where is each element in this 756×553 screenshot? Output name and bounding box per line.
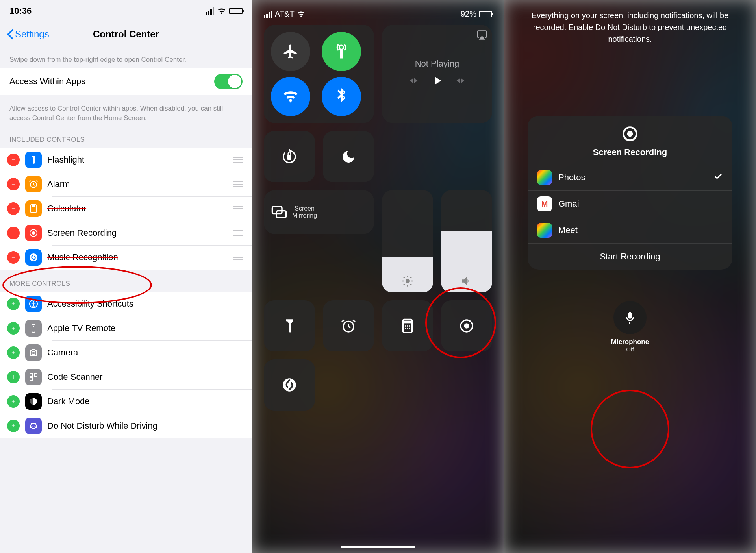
back-button[interactable]: Settings	[7, 29, 49, 40]
prev-track-button[interactable]	[408, 75, 419, 88]
access-within-apps-row[interactable]: Access Within Apps	[0, 68, 252, 95]
add-button[interactable]	[7, 322, 20, 335]
recording-destination-photos[interactable]: Photos	[528, 165, 732, 190]
recording-destination-gmail[interactable]: MGmail	[528, 190, 732, 217]
volume-slider[interactable]	[441, 190, 492, 292]
svg-line-33	[404, 284, 405, 285]
wifi-icon	[297, 11, 306, 17]
control-label: Music Recognition	[47, 252, 228, 263]
microphone-button[interactable]	[613, 301, 647, 334]
chevron-left-icon	[7, 29, 13, 40]
control-row-do-not-disturb-while-driving[interactable]: Do Not Disturb While Driving	[0, 414, 252, 438]
svg-rect-23	[287, 155, 291, 160]
wifi-button[interactable]	[271, 77, 310, 116]
svg-point-45	[464, 323, 469, 328]
record-icon	[25, 225, 42, 241]
svg-rect-5	[32, 205, 35, 207]
reorder-handle[interactable]	[233, 157, 243, 163]
status-time: 10:36	[9, 6, 32, 16]
reorder-handle[interactable]	[233, 181, 243, 187]
control-center-panel: AT&T 92% Not Playing	[252, 0, 504, 553]
add-button[interactable]	[7, 371, 20, 383]
more-list: Accessibility ShortcutsApple TV RemoteCa…	[0, 292, 252, 438]
add-button[interactable]	[7, 420, 20, 432]
control-row-calculator[interactable]: Calculator	[0, 196, 252, 221]
screen-recording-button[interactable]	[441, 300, 492, 351]
control-row-apple-tv-remote[interactable]: Apple TV Remote	[0, 316, 252, 340]
control-row-alarm[interactable]: Alarm	[0, 172, 252, 196]
alarm-icon	[341, 318, 356, 334]
control-row-music-recognition[interactable]: Music Recognition	[0, 245, 252, 270]
airplay-icon[interactable]	[476, 30, 487, 41]
control-row-camera[interactable]: Camera	[0, 340, 252, 365]
connectivity-platter[interactable]	[264, 25, 374, 123]
access-toggle[interactable]	[214, 74, 243, 89]
media-platter[interactable]: Not Playing	[382, 25, 492, 123]
screen-recording-title: Screen Recording	[528, 147, 732, 157]
carrier-label: AT&T	[275, 9, 295, 18]
svg-rect-37	[404, 321, 411, 324]
home-indicator[interactable]	[341, 546, 415, 548]
brightness-slider[interactable]	[382, 190, 433, 292]
add-button[interactable]	[7, 346, 20, 359]
control-label: Dark Mode	[47, 396, 243, 407]
svg-point-42	[407, 328, 408, 329]
back-label: Settings	[15, 29, 49, 40]
orientation-lock-button[interactable]	[264, 131, 315, 182]
screen-mirroring-button[interactable]: Screen Mirroring	[264, 190, 374, 234]
next-track-button[interactable]	[455, 75, 466, 88]
start-recording-button[interactable]: Start Recording	[528, 243, 732, 270]
accessibility-icon	[25, 296, 42, 312]
recording-info-text: Everything on your screen, including not…	[516, 9, 744, 45]
svg-point-15	[32, 351, 35, 355]
svg-rect-9	[12, 257, 15, 258]
add-button[interactable]	[7, 298, 20, 310]
remove-button[interactable]	[7, 251, 20, 264]
control-row-dark-mode[interactable]: Dark Mode	[0, 389, 252, 414]
calculator-button[interactable]	[382, 300, 433, 351]
control-label: Code Scanner	[47, 372, 243, 382]
speaker-icon	[461, 275, 472, 287]
svg-line-32	[411, 284, 412, 285]
control-row-code-scanner[interactable]: Code Scanner	[0, 365, 252, 389]
bluetooth-button[interactable]	[322, 77, 361, 116]
svg-rect-13	[32, 324, 35, 332]
do-not-disturb-button[interactable]	[323, 131, 374, 182]
reorder-handle[interactable]	[233, 255, 243, 260]
play-button[interactable]	[430, 74, 444, 89]
svg-point-40	[409, 325, 410, 327]
screen-mirror-icon	[271, 204, 287, 220]
recording-destination-meet[interactable]: Meet	[528, 217, 732, 243]
svg-point-41	[405, 328, 406, 329]
remove-button[interactable]	[7, 154, 20, 166]
remove-button[interactable]	[7, 178, 20, 190]
reorder-handle[interactable]	[233, 230, 243, 236]
shazam-button[interactable]	[264, 359, 315, 411]
flashlight-button[interactable]	[264, 300, 315, 351]
svg-point-26	[406, 279, 410, 283]
reorder-handle[interactable]	[233, 206, 243, 211]
battery-icon	[479, 11, 492, 17]
control-label: Do Not Disturb While Driving	[47, 421, 243, 431]
alarm-icon	[25, 176, 42, 192]
annotation-circle-microphone	[591, 390, 669, 468]
remove-button[interactable]	[7, 227, 20, 239]
control-row-accessibility-shortcuts[interactable]: Accessibility Shortcuts	[0, 292, 252, 316]
camera-icon	[25, 344, 42, 361]
control-row-screen-recording[interactable]: Screen Recording	[0, 221, 252, 245]
microphone-icon	[623, 311, 637, 324]
cell-signal-icon	[264, 11, 272, 18]
screen-mirroring-label: Screen Mirroring	[292, 205, 317, 219]
add-button[interactable]	[7, 395, 20, 408]
svg-marker-22	[480, 37, 484, 39]
alarm-button[interactable]	[323, 300, 374, 351]
control-row-flashlight[interactable]: Flashlight	[0, 148, 252, 172]
flashlight-icon	[25, 152, 42, 168]
svg-point-21	[35, 426, 36, 427]
checkmark-icon	[713, 172, 723, 183]
shazam-icon	[25, 249, 42, 266]
cellular-data-button[interactable]	[322, 32, 361, 71]
remove-button[interactable]	[7, 202, 20, 215]
airplane-mode-button[interactable]	[271, 32, 310, 71]
moon-icon	[341, 149, 356, 165]
